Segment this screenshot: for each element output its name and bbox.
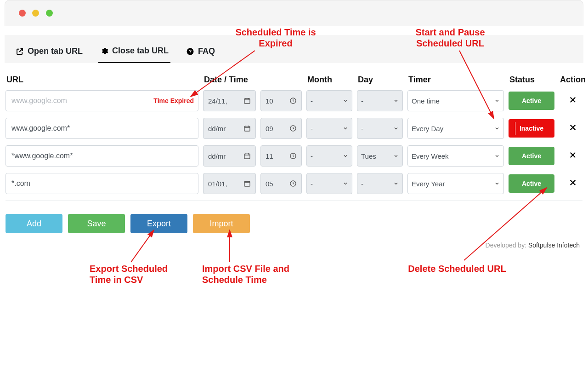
month-select[interactable]: - [306,90,352,111]
chevron-down-icon [494,98,500,104]
url-input[interactable] [6,145,198,167]
chevron-down-icon [393,181,399,186]
chevron-down-icon [343,153,348,159]
header-status: Status [509,75,554,90]
status-badge[interactable]: Inactive [509,119,554,138]
traffic-minimize-icon[interactable] [32,10,39,17]
tab-close-label: Close tab URL [112,46,169,56]
annotation-import: Import CSV File and Schedule Time [202,263,308,285]
annotation-delete: Delete Scheduled URL [400,263,514,274]
chevron-down-icon [494,126,500,131]
clock-icon [289,97,297,104]
column-headers: URL Date / Time Month Day Timer Status A… [6,75,582,90]
gear-icon [100,47,108,55]
date-input[interactable]: 01/01, [203,173,256,194]
month-select[interactable]: - [306,118,352,139]
tab-open-url[interactable]: Open tab URL [14,43,85,63]
table-row: 01/01,05--Every YearActive [6,173,582,194]
timer-select[interactable]: Every Week [407,145,504,167]
timer-select[interactable]: Every Year [407,173,504,194]
timer-select[interactable]: One time [407,90,504,111]
url-input[interactable] [6,173,198,194]
day-select[interactable]: Tues [357,145,403,167]
status-badge[interactable]: Active [509,92,554,110]
delete-row-button[interactable] [559,150,587,162]
close-icon [569,123,577,132]
calendar-icon [243,125,251,132]
svg-text:?: ? [189,48,192,54]
save-button[interactable]: Save [68,214,125,233]
header-timer: Timer [407,75,504,90]
time-expired-label: Time Expired [153,97,194,104]
calendar-icon [243,180,251,187]
header-datetime: Date / Time [203,75,302,90]
window-titlebar [5,0,583,26]
close-icon [569,151,577,159]
tab-open-label: Open tab URL [28,46,83,56]
svg-rect-4 [244,126,250,131]
chevron-down-icon [494,181,500,186]
date-input[interactable]: dd/mr [203,145,256,167]
external-link-icon [16,47,24,56]
footer-link[interactable]: Softpulse Infotech [528,242,580,249]
day-select[interactable]: - [357,173,403,194]
delete-row-button[interactable] [559,178,587,190]
clock-icon [289,152,297,160]
main-tabs: Open tab URL Close tab URL ? FAQ [5,35,583,63]
developed-by: Developed by: Softpulse Infotech [0,233,588,249]
footer-buttons: Add Save Export Import [0,214,588,233]
traffic-close-icon[interactable] [19,10,26,17]
date-input[interactable]: 24/11, [203,90,256,111]
url-input[interactable] [6,118,198,139]
time-input[interactable]: 05 [260,173,302,194]
question-icon: ? [186,47,194,56]
header-month: Month [306,75,352,90]
status-badge[interactable]: Active [509,174,554,193]
clock-icon [289,180,297,187]
traffic-zoom-icon[interactable] [46,10,53,17]
tab-faq[interactable]: ? FAQ [184,43,217,63]
table-row: Time Expired24/11,10--One timeActive [6,90,582,111]
chevron-down-icon [393,126,399,131]
tab-close-url[interactable]: Close tab URL [98,42,170,63]
status-badge[interactable]: Active [509,147,554,165]
delete-row-button[interactable] [559,122,587,134]
export-button[interactable]: Export [130,214,187,233]
close-icon [569,178,577,187]
table-row: dd/mr09--Every DayInactive [6,118,582,139]
import-button[interactable]: Import [193,214,250,233]
close-icon [569,96,577,104]
chevron-down-icon [393,98,399,104]
month-select[interactable]: - [306,173,352,194]
chevron-down-icon [393,153,399,159]
chevron-down-icon [343,126,348,131]
chevron-down-icon [343,181,348,186]
date-input[interactable]: dd/mr [203,118,256,139]
footer-text: Developed by: [486,242,528,249]
annotation-export: Export Scheduled Time in CSV [90,263,186,285]
month-select[interactable]: - [306,145,352,167]
delete-row-button[interactable] [559,95,587,107]
add-button[interactable]: Add [6,214,62,233]
tab-faq-label: FAQ [198,46,215,56]
svg-rect-2 [244,98,250,104]
calendar-icon [243,97,251,104]
day-select[interactable]: - [357,118,403,139]
day-select[interactable]: - [357,90,403,111]
time-input[interactable]: 10 [260,90,302,111]
table-row: dd/mr11-TuesEvery WeekActive [6,145,582,167]
svg-rect-8 [244,181,250,186]
chevron-down-icon [494,153,500,159]
header-action: Action [559,75,587,90]
time-input[interactable]: 09 [260,118,302,139]
divider [6,201,582,201]
time-input[interactable]: 11 [260,145,302,167]
clock-icon [289,125,297,132]
calendar-icon [243,152,251,160]
schedule-grid: URL Date / Time Month Day Timer Status A… [0,63,588,214]
header-url: URL [6,75,198,90]
chevron-down-icon [343,98,348,104]
header-day: Day [357,75,403,90]
svg-rect-6 [244,154,250,159]
timer-select[interactable]: Every Day [407,118,504,139]
